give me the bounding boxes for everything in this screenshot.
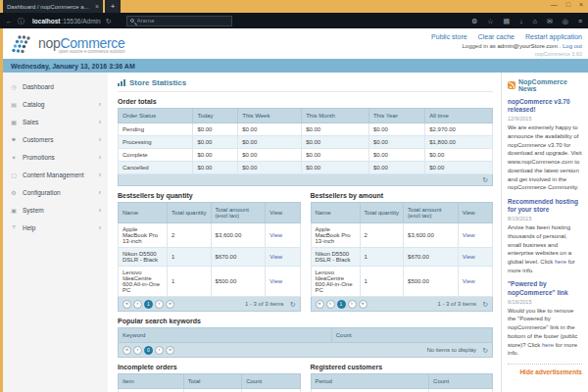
news-item-title[interactable]: Recommended hosting for your store: [508, 198, 582, 215]
refresh-icon[interactable]: ↻: [290, 301, 296, 308]
maximize-button[interactable]: □: [566, 1, 570, 8]
incomplete-orders-label: Incomplete orders: [118, 364, 301, 370]
pager-next-button[interactable]: ›: [155, 300, 164, 309]
table-cell: $0.00: [193, 123, 238, 136]
table-cell: Total unpaid orders (pending payment sta…: [119, 389, 184, 392]
news-item-body: Would you like to remove the "Powered by…: [508, 307, 582, 358]
address-bar[interactable]: localhost :15536/Admin: [32, 18, 101, 24]
column-header: This Week: [238, 109, 302, 123]
hide-advertisements-link[interactable]: Hide advertisements: [508, 364, 582, 375]
view-link[interactable]: View: [463, 232, 475, 238]
pager-next-button[interactable]: ›: [348, 300, 357, 309]
public-store-link[interactable]: Public store: [431, 33, 467, 40]
sidebar-item-help[interactable]: ?Help‹: [3, 219, 108, 236]
dashboard-icon: ◷: [10, 83, 18, 90]
pager-current-page[interactable]: 0: [144, 346, 153, 355]
url-path: :15536/Admin: [62, 18, 101, 24]
bookmark-star-icon[interactable]: ☆: [487, 18, 493, 24]
browser-tab[interactable]: Dashboard / nopCommerce a... ×: [3, 0, 103, 13]
back-icon[interactable]: ←: [6, 18, 13, 24]
table-cell: 2 - view all: [242, 389, 300, 392]
content-management-icon: ▢: [10, 172, 18, 178]
chevron-icon: ‹: [99, 207, 101, 214]
sidebar-item-content-management[interactable]: ▢Content Management‹: [3, 166, 108, 183]
table-row: Apple MacBook Pro 13-inch2$3,600.00View: [119, 223, 301, 248]
pager-prev-button[interactable]: ‹: [326, 300, 335, 309]
pager-first-button[interactable]: «: [122, 300, 131, 309]
news-item-title[interactable]: "Powered by nopCommerce" link: [508, 280, 582, 297]
sidebar-item-customers[interactable]: ☻Customers‹: [3, 130, 108, 148]
column-header: All time: [425, 109, 493, 123]
table-cell: $2,970.00: [183, 389, 241, 392]
view-link[interactable]: View: [463, 254, 475, 260]
pager-current-page[interactable]: 1: [337, 300, 346, 309]
restart-application-link[interactable]: Restart application: [525, 33, 582, 40]
table-cell: $0.00: [193, 162, 238, 174]
home-icon[interactable]: ⌂: [533, 18, 537, 24]
pager-prev-button[interactable]: ‹: [133, 346, 142, 355]
system-icon: ▣: [10, 207, 18, 214]
table-cell: 2: [360, 223, 404, 248]
reload-icon[interactable]: ↻: [106, 18, 112, 24]
logout-link[interactable]: Log out: [563, 43, 582, 49]
sidebar-item-promotions[interactable]: ✦Promotions‹: [3, 148, 108, 166]
view-link[interactable]: View: [270, 254, 282, 260]
table-cell: $0.00: [302, 123, 369, 136]
news-header: NopCommerce News: [508, 78, 582, 92]
menu-icon[interactable]: ≡: [578, 18, 582, 24]
pager-last-button[interactable]: »: [359, 300, 368, 309]
search-input[interactable]: [137, 18, 225, 24]
reading-list-icon[interactable]: ▤: [504, 18, 511, 24]
view-link[interactable]: View: [270, 232, 282, 238]
chevron-icon: ‹: [99, 189, 101, 196]
chevron-icon: ‹: [99, 154, 101, 161]
view-link[interactable]: View: [463, 278, 475, 284]
view-link[interactable]: View: [270, 278, 282, 284]
sidebar-item-sales[interactable]: ▦Sales‹: [3, 113, 108, 130]
sidebar-item-system[interactable]: ▣System‹: [3, 201, 108, 219]
close-button[interactable]: ×: [579, 1, 583, 8]
news-item: "Powered by nopCommerce" link 6/16/2015 …: [508, 280, 582, 358]
news-inline-link[interactable]: here: [555, 259, 566, 265]
header-right: Public store Clear cache Restart applica…: [431, 30, 582, 59]
refresh-icon[interactable]: ↻: [482, 301, 488, 308]
table-cell: 1: [168, 267, 212, 297]
dashboard-main: Store Statistics Order totals Order Stat…: [108, 73, 501, 392]
pager-status: 1 - 3 of 3 items: [245, 301, 284, 307]
new-tab-button[interactable]: +: [105, 0, 121, 13]
table-row: Total unpaid orders (pending payment sta…: [119, 389, 301, 392]
news-item-title[interactable]: nopCommerce v3.70 released!: [508, 98, 582, 115]
refresh-icon[interactable]: ↻: [482, 347, 488, 354]
pager-prev-button[interactable]: ‹: [133, 300, 142, 309]
tools-icon[interactable]: ⚙: [471, 18, 477, 24]
pager-last-button[interactable]: »: [166, 346, 174, 355]
table-cell: $0.00: [238, 123, 302, 136]
customers-icon: ☻: [10, 136, 18, 142]
header-links: Public store Clear cache Restart applica…: [431, 33, 582, 40]
table-cell: $3,600.00: [211, 223, 266, 248]
download-icon[interactable]: ↓: [519, 18, 523, 24]
chevron-icon: ‹: [99, 172, 101, 178]
messages-icon[interactable]: ✉: [547, 18, 553, 24]
browser-search-box[interactable]: [126, 16, 232, 26]
pager-last-button[interactable]: »: [166, 300, 174, 309]
pager-first-button[interactable]: «: [122, 346, 131, 355]
tab-close-icon[interactable]: ×: [95, 3, 99, 10]
info-icon[interactable]: ⓘ: [18, 18, 24, 24]
refresh-icon[interactable]: ↻: [482, 176, 488, 183]
clear-cache-link[interactable]: Clear cache: [478, 33, 514, 40]
pager-first-button[interactable]: «: [316, 300, 324, 309]
bestsellers-quantity-table: NameTotal quantityTotal amount (excl tax…: [118, 202, 301, 297]
minimize-button[interactable]: —: [551, 1, 558, 8]
nopcommerce-logo[interactable]: nopCommerce open source e-commerce solut…: [11, 30, 125, 59]
news-item-body: We are extremely happy to announce the a…: [508, 123, 582, 192]
bestsellers-amount-label: Bestsellers by amount: [311, 192, 494, 199]
sidebar-item-dashboard[interactable]: ◷Dashboard‹: [3, 77, 108, 95]
globe-icon[interactable]: ◎: [563, 18, 568, 24]
pager-current-page[interactable]: 1: [144, 300, 153, 309]
sidebar-item-catalog[interactable]: ▤Catalog‹: [3, 95, 108, 113]
news-inline-link[interactable]: here: [542, 342, 554, 348]
pager-next-button[interactable]: ›: [155, 346, 164, 355]
sidebar-item-configuration[interactable]: ⚙Configuration‹: [3, 183, 108, 201]
version-label: nopCommerce 3.60: [431, 51, 582, 57]
